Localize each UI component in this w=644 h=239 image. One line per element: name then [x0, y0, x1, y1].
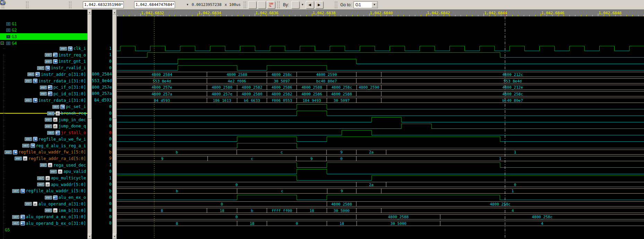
- signal-row[interactable]: ver▶-alu_en_ex_o: [0, 194, 87, 201]
- scrollbar-thumb[interactable]: [113, 15, 116, 119]
- delta-button[interactable]: [176, 1, 184, 9]
- signal-value: 800_257e: [92, 84, 112, 91]
- scroll-down-icon[interactable]: ▼: [88, 234, 92, 239]
- expander-icon[interactable]: +: [1, 42, 4, 45]
- scroll-up-icon[interactable]: ▲: [88, 10, 92, 15]
- toolbar-grip[interactable]: [26, 1, 28, 8]
- signal-row[interactable]: ver∅rega_used_dec: [0, 162, 87, 168]
- svg-text:4800_2588: 4800_2588: [331, 92, 352, 96]
- internal-signal-icon: ∅: [33, 202, 37, 206]
- zoom-full-button[interactable]: 100%: [267, 1, 275, 9]
- values-scrollbar[interactable]: ▲ ▼: [112, 10, 117, 239]
- search-by-button[interactable]: [291, 1, 299, 9]
- signal-row[interactable]: ver-▶instr_gnt_i: [0, 58, 87, 65]
- ver-badge: ver: [45, 196, 52, 200]
- signal-row[interactable]: ver-▶clk_i: [0, 45, 87, 52]
- tree-stub: [3, 68, 5, 68]
- signal-row[interactable]: ver∅alu_operand_a[31:0]: [0, 201, 87, 207]
- signal-row[interactable]: ver-▶instr_rvalid_i: [0, 65, 87, 71]
- output-port-icon: ▶-: [48, 91, 52, 96]
- group-row-g1[interactable]: ∷G1: [0, 20, 87, 27]
- scroll-down-icon[interactable]: ▼: [113, 234, 116, 239]
- tree-stub: [3, 133, 5, 133]
- svg-text:18: 18: [339, 221, 344, 226]
- ver-badge: ver: [40, 163, 47, 167]
- signal-row[interactable]: ver-▶regfile_alu_waddr_i[5:0]: [0, 188, 87, 194]
- signal-row[interactable]: ver▶-pc_id_o[31:0]: [0, 90, 87, 97]
- open-button[interactable]: [6, 1, 15, 9]
- svg-text:553_8e4d: 553_8e4d: [504, 79, 522, 83]
- cursor-time-input[interactable]: [83, 1, 124, 8]
- ver-badge: ver: [50, 170, 57, 174]
- group-icon: ∷: [6, 42, 10, 45]
- next-edge-button[interactable]: ▶: [315, 1, 323, 9]
- signal-name-label: instr_req_o: [59, 53, 86, 57]
- tree-stub: [3, 107, 5, 107]
- delta-dropdown-icon[interactable]: ▼: [185, 3, 190, 6]
- marker-tool-button[interactable]: [125, 1, 133, 9]
- signal-row[interactable]: ver-▶pc_set_i: [0, 104, 87, 110]
- waveform-canvas[interactable]: 1,042.68321,042.68341,042.68361,042.6838…: [117, 10, 644, 239]
- cut-button[interactable]: [40, 1, 48, 9]
- signal-row[interactable]: ver-▶reg_d_alu_is_reg_a_i: [0, 142, 87, 149]
- signal-row[interactable]: ver∅apu_multicycle: [0, 175, 87, 182]
- svg-text:4800_258c: 4800_258c: [331, 85, 352, 90]
- ver-badge: ver: [45, 53, 52, 57]
- search-by-dropdown-icon[interactable]: ▼: [301, 3, 305, 6]
- signal-name-label: apu_multicycle: [51, 176, 86, 180]
- signal-name-label: pc_set_i: [66, 104, 86, 109]
- svg-text:4800_2588: 4800_2588: [331, 202, 352, 206]
- toolbar-grip[interactable]: [335, 1, 337, 8]
- signal-row[interactable]: ver▶-pc_if_o[31:0]: [0, 84, 87, 91]
- signal-value: 84_d593: [92, 97, 112, 104]
- select-pointer-button[interactable]: [73, 1, 82, 9]
- signal-row[interactable]: ver▶-instr_req_o: [0, 52, 87, 58]
- signal-row[interactable]: ver-▶instr_rdata_i[31:0]: [0, 78, 87, 84]
- signal-value: 800_2584: [92, 71, 112, 78]
- by-label: By:: [282, 2, 290, 7]
- toolbar-grip[interactable]: [69, 1, 71, 8]
- signal-row[interactable]: ver∅jump_done_q: [0, 123, 87, 130]
- signal-names-panel[interactable]: ∷G1∷G2∷G3∷G4+ver-▶clk_iver▶-instr_req_ov…: [0, 10, 87, 239]
- signal-row[interactable]: ver-▶regfile_alu_waddr_fw_i[5:0]: [0, 149, 87, 156]
- reload-button[interactable]: [16, 1, 24, 9]
- signal-name-label: instr_rvalid_i: [51, 65, 86, 70]
- signal-row[interactable]: ver∅branch_req: [0, 110, 87, 117]
- signal-row[interactable]: ver▶-alu_operand_b_ex_o[31:0]: [0, 220, 87, 227]
- tree-stub: [3, 94, 5, 94]
- marker-time-input[interactable]: [134, 1, 175, 8]
- tree-stub: [3, 204, 5, 204]
- zoom-full-icon: 100%: [269, 2, 273, 7]
- signal-row[interactable]: ver∅imm_b[31:0]: [0, 207, 87, 214]
- signal-row[interactable]: ver-▶regfile_alu_we_fw_i: [0, 136, 87, 142]
- group-row-g2[interactable]: ∷G2: [0, 27, 87, 34]
- paste-button[interactable]: [59, 1, 67, 9]
- output-port-icon: ▶-: [20, 215, 25, 219]
- signal-name-label: pc_if_o[31:0]: [53, 85, 86, 90]
- copy-button[interactable]: [49, 1, 58, 9]
- signal-row[interactable]: ver∅apu_valid: [0, 168, 87, 175]
- scrollbar-thumb[interactable]: [88, 15, 92, 119]
- signal-row[interactable]: ver∅jump_in_dec: [0, 116, 87, 123]
- prev-edge-button[interactable]: ◀: [306, 1, 314, 9]
- output-port-icon: ▶-: [55, 131, 60, 135]
- goto-combobox[interactable]: G1 ▼: [354, 1, 378, 8]
- zoom-in-button[interactable]: [258, 1, 266, 9]
- signal-row[interactable]: ver∅apu_waddr[5:0]: [0, 181, 87, 188]
- svg-text:4800_257e: 4800_257e: [151, 85, 172, 90]
- group-row-g5[interactable]: G5: [0, 227, 87, 233]
- signal-row[interactable]: ver▶-instr_addr_o[31:0]: [0, 71, 87, 78]
- scroll-up-icon[interactable]: ▲: [113, 10, 116, 15]
- signal-row[interactable]: ver-▶instr_rdata_i[31:0]: [0, 97, 87, 104]
- signal-row[interactable]: ver▶-jr_stall_o: [0, 130, 87, 136]
- toolbar-grip[interactable]: [277, 1, 280, 8]
- names-scrollbar[interactable]: ▲ ▼: [87, 10, 92, 239]
- zoom-out-button[interactable]: [248, 1, 256, 9]
- undo-button[interactable]: [31, 1, 39, 9]
- toolbar-grip[interactable]: [244, 1, 246, 8]
- goto-dropdown-icon[interactable]: ▼: [372, 2, 377, 8]
- signal-value: 553_8e4d: [92, 78, 112, 84]
- signal-row[interactable]: ver▶-alu_operand_a_ex_o[31:0]: [0, 214, 87, 220]
- group-row-g3[interactable]: ∷G3: [0, 33, 87, 40]
- signal-row[interactable]: ver∅regfile_addr_ra_id[5:0]: [0, 155, 87, 162]
